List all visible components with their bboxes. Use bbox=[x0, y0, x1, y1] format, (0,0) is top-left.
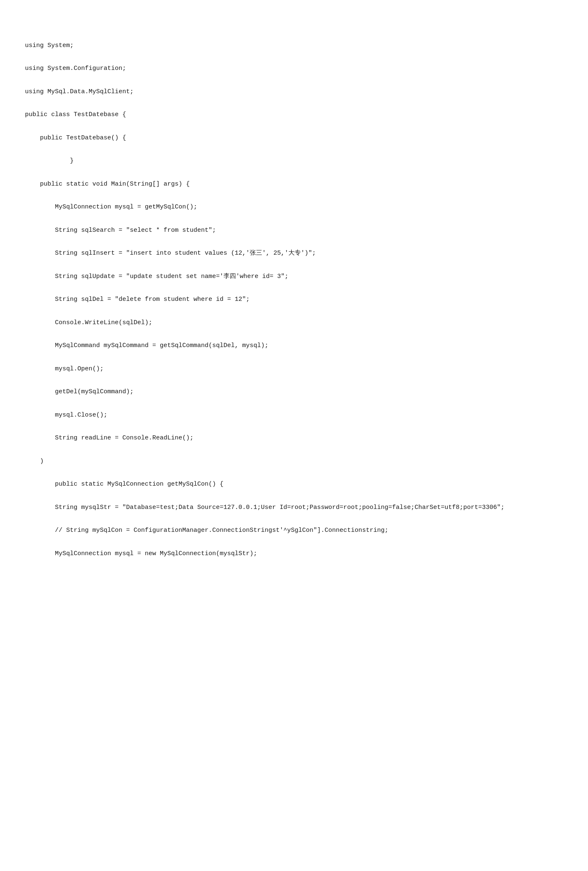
code-content: using System; using System.Configuration… bbox=[25, 17, 563, 559]
code-line bbox=[25, 190, 563, 201]
code-line bbox=[25, 74, 563, 86]
code-line bbox=[25, 213, 563, 225]
code-line bbox=[25, 236, 563, 248]
code-line: Console.WriteLine(sqlDel); bbox=[25, 317, 563, 329]
code-line bbox=[25, 282, 563, 294]
code-line: MySqlCommand mySqlCommand = getSqlComman… bbox=[25, 340, 563, 352]
code-line: String mysqlStr = "Database=test;Data So… bbox=[25, 502, 563, 514]
code-line bbox=[25, 167, 563, 179]
code-line: public class TestDatebase { bbox=[25, 109, 563, 121]
code-line bbox=[25, 305, 563, 317]
code-line bbox=[25, 352, 563, 363]
code-line: String sqlUpdate = "update student set n… bbox=[25, 271, 563, 283]
code-line: using System; bbox=[25, 40, 563, 52]
code-line: mysql.Open(); bbox=[25, 363, 563, 375]
code-line: // String mySqlCon = ConfigurationManage… bbox=[25, 525, 563, 536]
code-line: MySqlConnection mysql = new MySqlConnect… bbox=[25, 548, 563, 560]
code-line: public static void Main(String[] args) { bbox=[25, 179, 563, 190]
code-line: } bbox=[25, 155, 563, 167]
code-line: String sqlSearch = "select * from studen… bbox=[25, 225, 563, 236]
code-line bbox=[25, 444, 563, 456]
code-line: String sqlInsert = "insert into student … bbox=[25, 248, 563, 259]
code-line: public TestDatebase() { bbox=[25, 132, 563, 144]
code-line bbox=[25, 121, 563, 132]
code-line bbox=[25, 375, 563, 386]
code-line: getDel(mySqlCommand); bbox=[25, 386, 563, 398]
code-line bbox=[25, 398, 563, 409]
code-line: String readLine = Console.ReadLine(); bbox=[25, 432, 563, 444]
code-line bbox=[25, 51, 563, 63]
code-line: String sqlDel = "delete from student whe… bbox=[25, 294, 563, 305]
code-line: using System.Configuration; bbox=[25, 63, 563, 74]
code-line bbox=[25, 536, 563, 548]
code-line bbox=[25, 28, 563, 40]
code-line: mysql.Close(); bbox=[25, 409, 563, 421]
code-line bbox=[25, 513, 563, 525]
code-line: public static MySqlConnection getMySqlCo… bbox=[25, 479, 563, 490]
code-line: using MySql.Data.MySqlClient; bbox=[25, 86, 563, 98]
code-line bbox=[25, 328, 563, 340]
code-line bbox=[25, 467, 563, 479]
code-line bbox=[25, 421, 563, 432]
code-line bbox=[25, 490, 563, 502]
code-line bbox=[25, 259, 563, 271]
code-line: ) bbox=[25, 456, 563, 467]
code-line: MySqlConnection mysql = getMySqlCon(); bbox=[25, 201, 563, 213]
code-line bbox=[25, 97, 563, 109]
code-line bbox=[25, 144, 563, 155]
